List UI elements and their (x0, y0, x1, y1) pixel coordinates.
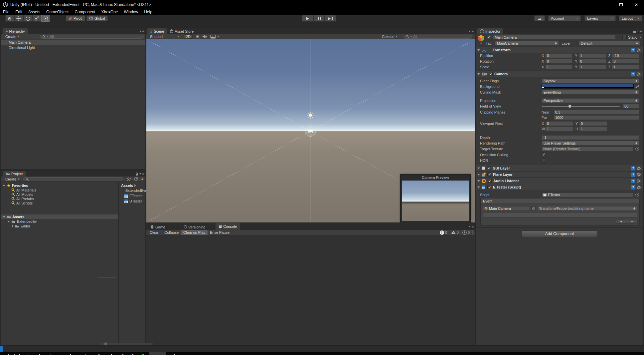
tab-inspector[interactable]: i Inspector (477, 28, 503, 34)
move-tool-button[interactable] (14, 15, 23, 22)
rotation-x-field[interactable]: 0 (545, 59, 573, 64)
depth-field[interactable]: -1 (542, 135, 639, 140)
fov-slider-track[interactable] (542, 106, 620, 107)
help-icon[interactable] (631, 179, 635, 183)
rotation-z-field[interactable]: 0 (612, 59, 639, 64)
static-dropdown-icon[interactable] (639, 37, 641, 38)
warning-count-toggle[interactable]: ! 0 (449, 230, 461, 234)
lock-icon[interactable] (633, 30, 636, 33)
active-checkbox[interactable] (487, 35, 491, 39)
scene-search-input[interactable]: All (403, 35, 472, 39)
event-target-object-field[interactable]: Main Camera (483, 206, 530, 211)
camera-enabled-checkbox[interactable] (489, 72, 493, 76)
pause-button[interactable] (313, 15, 325, 22)
gui-layer-enabled-checkbox[interactable] (487, 166, 491, 170)
gameobject-name-field[interactable]: Main Camera (493, 35, 616, 40)
fov-value-field[interactable]: 60 (623, 104, 639, 109)
gear-icon[interactable] (637, 179, 641, 183)
audio-listener-component-header[interactable]: Audio Listener (476, 178, 643, 184)
menu-help[interactable]: Help (141, 10, 155, 14)
scale-x-field[interactable]: 1 (545, 65, 573, 69)
help-icon[interactable] (631, 72, 635, 76)
static-checkbox[interactable] (622, 35, 627, 39)
console-error-pause-button[interactable]: Error Pause (208, 230, 232, 235)
help-icon[interactable] (631, 48, 635, 52)
tab-scene[interactable]: # Scene (147, 28, 167, 34)
viewport-x-field[interactable]: 0 (545, 121, 573, 126)
foldout-expanded-icon[interactable] (477, 186, 480, 188)
scale-z-field[interactable]: 1 (612, 65, 639, 69)
file-utester[interactable]: C# UTester (119, 198, 145, 204)
add-component-button[interactable]: Add Component (522, 230, 597, 237)
file-extendedevent[interactable]: ExtendedEvent (119, 188, 145, 193)
hierarchy-item-main-camera[interactable]: Main Camera (1, 40, 145, 45)
event-target-picker-button[interactable] (531, 206, 536, 211)
foldout-expanded-icon[interactable] (477, 180, 480, 182)
event-argument-field[interactable] (483, 213, 637, 217)
rotate-tool-button[interactable] (23, 15, 32, 22)
position-y-field[interactable]: 1 (578, 53, 606, 58)
maximize-button[interactable] (613, 0, 629, 9)
effects-toggle-button[interactable] (210, 35, 216, 39)
tree-extendedevent-folder[interactable]: ExtendedEv (1, 219, 118, 224)
lock-icon[interactable] (135, 172, 138, 176)
chevron-down-icon[interactable] (469, 31, 471, 32)
panel-menu-icon[interactable]: ≡ (472, 224, 474, 228)
far-field[interactable]: 1000 (554, 115, 639, 120)
etester-enabled-checkbox[interactable] (487, 185, 491, 189)
tab-versioning[interactable]: Versioning (180, 224, 208, 230)
chevron-down-icon[interactable] (139, 173, 141, 175)
console-collapse-button[interactable]: Collapse (162, 230, 181, 235)
layout-dropdown[interactable]: Layout (619, 15, 642, 21)
tab-game[interactable]: Game (147, 224, 168, 230)
transform-component-header[interactable]: Transform (476, 47, 643, 53)
foldout-expanded-icon[interactable] (477, 168, 480, 169)
gear-icon[interactable] (637, 48, 641, 52)
target-texture-field[interactable]: None (Render Texture) (542, 147, 634, 151)
foldout-expanded-icon[interactable] (3, 216, 5, 218)
foldout-expanded-icon[interactable] (477, 73, 480, 75)
hierarchy-create-button[interactable]: Create (3, 35, 22, 39)
scale-tool-button[interactable] (32, 15, 41, 22)
console-log-area[interactable] (146, 235, 475, 345)
hierarchy-search-input[interactable]: All (40, 35, 144, 39)
2d-toggle-button[interactable]: 2D (184, 34, 193, 39)
info-count-toggle[interactable]: 0 (438, 230, 449, 235)
rect-tool-button[interactable] (41, 15, 50, 22)
hand-tool-button[interactable] (5, 15, 14, 22)
gizmos-dropdown[interactable]: Gizmos (382, 35, 398, 39)
menu-window[interactable]: Window (121, 10, 141, 14)
scale-y-field[interactable]: 1 (578, 65, 606, 69)
gear-icon[interactable] (637, 166, 641, 171)
project-tree-scrollbar[interactable] (98, 277, 116, 278)
foldout-expanded-icon[interactable] (477, 49, 480, 51)
camera-gizmo[interactable] (305, 126, 316, 137)
menu-edit[interactable]: Edit (12, 10, 25, 14)
eyedropper-icon[interactable] (635, 84, 639, 89)
tree-favorites[interactable]: ★ Favorites (1, 183, 118, 188)
gui-layer-component-header[interactable]: GUI Layer (476, 165, 643, 171)
account-dropdown[interactable]: Account (548, 15, 581, 21)
tab-console[interactable]: Console (216, 223, 240, 230)
scene-viewport[interactable]: Camera Preview (146, 39, 475, 222)
rendering-path-dropdown[interactable]: Use Player Settings (542, 141, 639, 146)
gear-icon[interactable] (637, 185, 641, 189)
tab-hierarchy[interactable]: ≡ Hierarchy (3, 28, 28, 34)
tree-editor-folder[interactable]: Editor (1, 224, 118, 228)
search-by-type-icon[interactable] (127, 177, 131, 181)
near-field[interactable]: 0.3 (554, 110, 639, 115)
viewport-w-field[interactable]: 1 (545, 127, 573, 131)
lighting-toggle-button[interactable]: ☀ (196, 34, 199, 39)
flare-layer-enabled-checkbox[interactable] (487, 173, 491, 177)
help-icon[interactable] (631, 173, 635, 177)
projection-dropdown[interactable]: Perspective (542, 98, 639, 103)
etester-component-header[interactable]: C# E Tester (Script) (476, 184, 643, 190)
foldout-expanded-icon[interactable] (7, 221, 10, 222)
tree-all-scripts[interactable]: All Scripts (1, 201, 118, 205)
script-object-field[interactable]: ETester (542, 192, 634, 197)
tree-all-prefabs[interactable]: All Prefabs (1, 196, 118, 201)
fov-slider-handle[interactable] (568, 105, 571, 108)
error-count-toggle[interactable]: 0 (461, 230, 473, 235)
global-toggle-button[interactable]: Global (86, 15, 108, 21)
menu-xboxone[interactable]: XboxOne (98, 10, 121, 14)
